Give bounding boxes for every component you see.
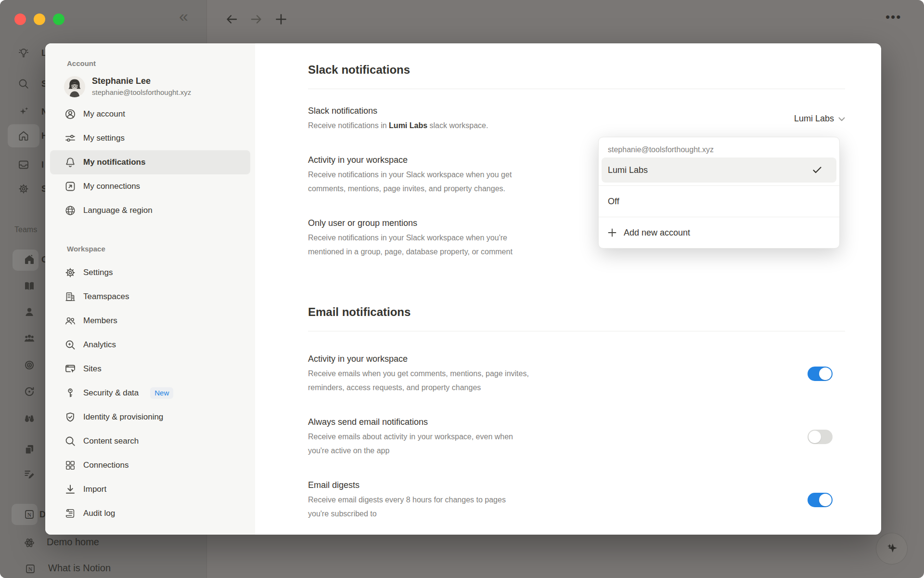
email-digests-row: Email digests Receive email digests ever… xyxy=(308,479,845,521)
people-page-icon[interactable] xyxy=(23,332,36,345)
sidebar-item-teamspaces[interactable]: Teamspaces xyxy=(50,285,250,309)
more-options-icon[interactable]: ••• xyxy=(886,10,901,25)
new-badge: New xyxy=(150,387,173,399)
gear-icon xyxy=(64,266,77,279)
sidebar-item-what-is-notion[interactable]: What is Notion xyxy=(48,563,111,574)
browser-cursor-icon xyxy=(64,363,77,375)
download-icon xyxy=(64,483,77,496)
notifications-settings-panel: Slack notifications Slack notifications … xyxy=(255,43,881,535)
binoculars-page-icon[interactable] xyxy=(23,412,36,424)
atom-icon[interactable] xyxy=(23,537,36,549)
notion-window: « ••• L S N H I S Teams C xyxy=(0,0,924,578)
minimize-button[interactable] xyxy=(34,13,45,25)
sidebar-item-import[interactable]: Import xyxy=(50,477,250,501)
email-activity-toggle[interactable] xyxy=(808,367,833,381)
settings-sidebar: Account Stephanie Lee stephanie@toolsfor… xyxy=(45,43,255,535)
chevron-down-icon xyxy=(838,117,845,121)
settings-dialog: Account Stephanie Lee stephanie@toolsfor… xyxy=(45,43,881,535)
email-section-title: Email notifications xyxy=(308,305,845,331)
setting-description: Receive email digests every 8 hours for … xyxy=(308,493,506,521)
zoom-button[interactable] xyxy=(53,13,64,25)
pages-copy-icon[interactable] xyxy=(23,443,36,456)
grid-icon xyxy=(64,459,77,472)
bell-icon xyxy=(64,156,77,169)
sidebar-item-members[interactable]: Members xyxy=(50,309,250,333)
forward-icon[interactable] xyxy=(249,13,263,26)
user-email: stephanie@toolsforthought.xyz xyxy=(92,88,191,97)
sidebar-item-my-settings[interactable]: My settings xyxy=(50,126,250,150)
account-user-row[interactable]: Stephanie Lee stephanie@toolsforthought.… xyxy=(64,76,255,97)
svg-text:N: N xyxy=(27,512,32,518)
user-name: Stephanie Lee xyxy=(92,76,191,87)
sidebar-item-settings[interactable]: Settings xyxy=(50,261,250,285)
notion-cube-icon[interactable]: N xyxy=(24,563,37,575)
check-icon xyxy=(813,167,821,173)
sidebar-item-my-notifications[interactable]: My notifications xyxy=(50,150,250,174)
menu-item-add-account[interactable]: Add new account xyxy=(602,220,836,245)
team-home-icon[interactable] xyxy=(23,253,36,266)
slack-section-title: Slack notifications xyxy=(308,63,845,89)
sidebar-item-sites[interactable]: Sites xyxy=(50,357,250,381)
sidebar-item-identity-provisioning[interactable]: Identity & provisioning xyxy=(50,405,250,429)
setting-title: Email digests xyxy=(308,479,506,491)
target-page-icon[interactable] xyxy=(23,359,36,371)
notion-cube-icon[interactable]: N xyxy=(23,508,36,521)
setting-description: Receive notifications in your Slack work… xyxy=(308,231,513,259)
avatar xyxy=(64,76,85,97)
sidebar-item-analytics[interactable]: Analytics xyxy=(50,333,250,357)
person-circle-icon xyxy=(64,108,77,120)
sidebar-item-demo-home[interactable]: Demo home xyxy=(47,537,99,548)
settings-gear-icon[interactable] xyxy=(17,183,30,195)
email-activity-row: Activity in your workspace Receive email… xyxy=(308,353,845,394)
workspace-section-label: Workspace xyxy=(67,244,255,254)
setting-title: Activity in your workspace xyxy=(308,353,529,365)
wiki-book-icon[interactable] xyxy=(23,280,36,292)
sidebar-collapse-icon[interactable]: « xyxy=(179,7,186,26)
key-icon xyxy=(64,387,77,399)
svg-text:N: N xyxy=(28,566,33,572)
menu-divider xyxy=(599,185,839,186)
compose-page-icon[interactable] xyxy=(23,468,36,480)
workspace-lightbulb-icon[interactable] xyxy=(17,47,30,59)
menu-divider xyxy=(599,217,839,217)
globe-icon xyxy=(64,204,77,217)
home-icon[interactable] xyxy=(17,130,30,142)
search-icon[interactable] xyxy=(17,78,30,90)
sidebar-item-audit-log[interactable]: Audit log xyxy=(50,501,250,525)
building-icon xyxy=(64,290,77,303)
notion-ai-sparkles-icon[interactable] xyxy=(17,105,30,118)
slack-account-dropdown[interactable]: Lumi Labs xyxy=(794,114,845,124)
sidebar-item-my-account[interactable]: My account xyxy=(50,102,250,126)
always-send-email-toggle[interactable] xyxy=(808,430,833,444)
sliders-icon xyxy=(64,132,77,144)
email-digests-toggle[interactable] xyxy=(808,493,833,507)
setting-description: Receive notifications in Lumi Labs slack… xyxy=(308,118,488,132)
arrow-up-right-square-icon xyxy=(64,180,77,193)
sidebar-item-security-data[interactable]: Security & data New xyxy=(50,381,250,405)
account-section-label: Account xyxy=(67,58,255,69)
setting-title: Always send email notifications xyxy=(308,416,513,428)
inbox-icon[interactable] xyxy=(17,158,30,171)
person-page-icon[interactable] xyxy=(23,306,36,318)
notion-ai-button[interactable] xyxy=(876,533,908,565)
slack-account-menu: stephanie@toolsforthought.xyz Lumi Labs … xyxy=(598,137,840,249)
teams-section-label: Teams xyxy=(14,225,37,234)
nav-label-peek: I xyxy=(41,158,44,171)
setting-title: Slack notifications xyxy=(308,105,488,117)
sidebar-item-language-region[interactable]: Language & region xyxy=(50,198,250,223)
setting-description: Receive emails when you get comments, me… xyxy=(308,367,529,394)
menu-item-off[interactable]: Off xyxy=(602,189,836,214)
sidebar-item-my-connections[interactable]: My connections xyxy=(50,174,250,198)
toggle-knob xyxy=(819,494,832,506)
toggle-knob xyxy=(819,368,832,380)
setting-description: Receive notifications in your Slack work… xyxy=(308,168,512,196)
plus-icon xyxy=(608,228,616,237)
back-icon[interactable] xyxy=(225,13,239,26)
shield-check-icon xyxy=(64,411,77,423)
close-button[interactable] xyxy=(14,13,26,25)
new-tab-icon[interactable] xyxy=(274,13,288,26)
menu-item-lumi-labs[interactable]: Lumi Labs xyxy=(602,158,836,183)
cycle-page-icon[interactable] xyxy=(23,385,36,398)
sidebar-item-content-search[interactable]: Content search xyxy=(50,429,250,453)
sidebar-item-connections[interactable]: Connections xyxy=(50,453,250,477)
